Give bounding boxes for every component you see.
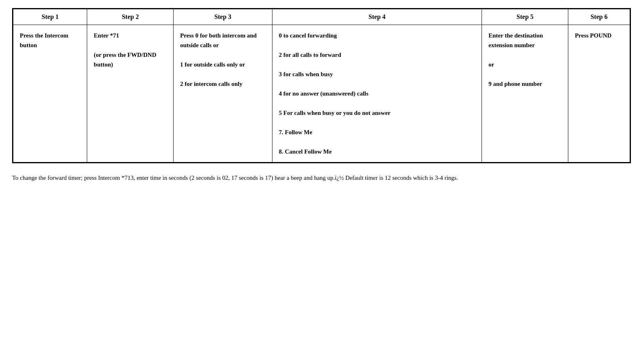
cell-step1: Press the Intercom button [13,25,87,162]
header-step5: Step 5 [482,9,568,25]
instruction-table-wrapper: Step 1 Step 2 Step 3 Step 4 Step 5 Step … [12,8,631,163]
step4-line1: 0 to cancel forwarding [279,32,337,39]
cell-step3: Press 0 for both intercom and outside ca… [174,25,272,162]
header-step4: Step 4 [272,9,482,25]
step4-line6: 7. Follow Me [279,129,312,135]
cell-step2: Enter *71(or press the FWD/DND button) [87,25,174,162]
cell-step4: 0 to cancel forwarding 2 for all calls t… [272,25,482,162]
cell-step6: Press POUND [568,25,630,162]
step4-line7: 8. Cancel Follow Me [279,148,332,155]
step4-line2: 2 for all calls to forward [279,52,341,58]
header-step3: Step 3 [174,9,272,25]
footer-note: To change the forward timer; press Inter… [12,173,631,183]
step4-line4: 4 for no answer (unanswered) calls [279,90,369,97]
cell-step5: Enter the destination extension numberor… [482,25,568,162]
header-step6: Step 6 [568,9,630,25]
instruction-table: Step 1 Step 2 Step 3 Step 4 Step 5 Step … [13,9,630,162]
step4-line5: 5 For calls when busy or you do not answ… [279,110,391,116]
step4-line3: 3 for calls when busy [279,71,333,77]
step1-text: Press the Intercom button [20,32,68,48]
header-step2: Step 2 [87,9,174,25]
header-step1: Step 1 [13,9,87,25]
